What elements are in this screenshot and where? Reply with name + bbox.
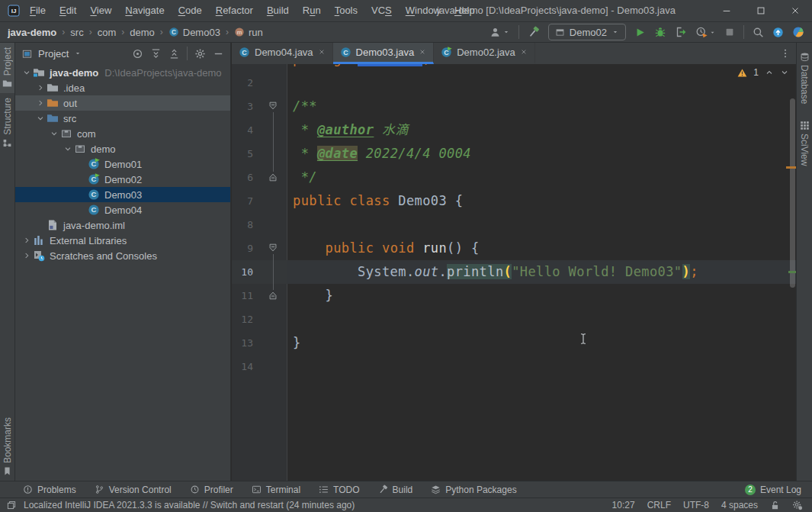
project-panel-title[interactable]: Project [38,48,69,60]
fold-marker[interactable] [259,166,287,189]
collapse-all-button[interactable] [168,48,180,60]
gear-icon[interactable] [194,48,206,60]
tree-item-java-demo-iml[interactable]: java-demo.iml [15,217,230,233]
run-with-coverage-button[interactable] [675,26,687,38]
close-button[interactable] [778,0,812,21]
fold-marker[interactable] [259,95,287,118]
maximize-button[interactable] [743,0,778,21]
tab-close-button[interactable] [520,47,528,58]
chevron-right-icon[interactable] [34,98,47,108]
menu-view[interactable]: View [83,0,118,21]
code-text[interactable]: * @date 2022/4/4 0004 [287,142,796,166]
tool-button-build[interactable]: Build [378,485,413,495]
tree-item-external-libraries[interactable]: External Libraries [15,233,230,248]
tree-item-out[interactable]: out [15,95,230,111]
fold-marker[interactable] [259,237,287,260]
tool-button-sciview[interactable]: SciView [797,116,812,170]
breadcrumb-item-run[interactable]: mrun [234,27,263,38]
chevron-down-icon[interactable] [74,50,82,57]
ide-features-orb-icon[interactable] [792,26,804,38]
run-configuration-select[interactable]: Demo02 [548,24,626,40]
menu-navigate[interactable]: Navigate [118,0,171,21]
code-text[interactable]: } [287,284,796,308]
breadcrumb-item-src[interactable]: src [70,27,83,38]
tree-item-demo[interactable]: demo [15,141,230,156]
status-message[interactable]: Localized IntelliJ IDEA 2021.3.3 is avai… [24,500,355,510]
tool-button-project[interactable]: Project [0,43,14,93]
minimize-button[interactable] [709,0,743,21]
warning-stripe-mark[interactable] [786,166,796,169]
menu-refactor[interactable]: Refactor [209,0,260,21]
build-project-button[interactable] [528,26,540,38]
tool-button-python-packages[interactable]: Python Packages [431,485,516,495]
menu-build[interactable]: Build [260,0,296,21]
tree-item-demo04[interactable]: CDemo04 [15,202,230,217]
tool-button-structure[interactable]: Structure [0,93,14,153]
tab-demo03-java[interactable]: CDemo03.java [333,43,435,64]
chevron-down-icon[interactable] [47,129,60,138]
tab-demo02-java[interactable]: CDemo02.java [434,43,535,64]
editor-scrollbar[interactable] [790,98,795,288]
menu-edit[interactable]: Edit [53,0,83,21]
line-separator-widget[interactable]: CRLF [647,500,671,510]
tab-demo04-java[interactable]: CDemo04.java [232,43,333,64]
fold-gutter[interactable] [259,118,287,142]
inspections-widget[interactable]: 1 [737,67,789,78]
caret-stripe-mark[interactable] [788,271,796,273]
chevron-right-icon[interactable] [20,251,33,260]
breadcrumb-item-demo[interactable]: demo [130,27,155,38]
tree-item-src[interactable]: src [15,111,230,126]
code-text[interactable] [287,213,796,237]
fold-marker[interactable] [259,284,287,308]
encoding-widget[interactable]: UTF-8 [683,500,709,510]
tool-button-profiler[interactable]: Profiler [190,485,233,495]
tree-item-demo03[interactable]: CDemo03 [15,187,230,202]
tool-button-database[interactable]: Database [797,47,812,108]
menu-vcs[interactable]: VCS [364,0,399,21]
chevron-down-icon[interactable] [20,68,33,77]
tool-button-todo[interactable]: TODO [319,485,359,495]
tree-item-java-demo[interactable]: java-demoD:\IdeaProjects\java-demo [15,65,230,80]
tool-button-terminal[interactable]: Terminal [252,485,300,495]
tool-button-version-control[interactable]: Version Control [95,485,172,495]
profiler-button[interactable] [695,26,716,38]
tree-item-demo01[interactable]: CDemo01 [15,156,230,172]
code-text[interactable]: public void run() { [287,237,796,260]
tree-item-demo02[interactable]: CDemo02 [15,172,230,187]
code-text[interactable]: /** [287,95,796,118]
tree-item--idea[interactable]: .idea [15,80,230,95]
code-text[interactable] [287,71,796,95]
menu-code[interactable]: Code [172,0,209,21]
menu-file[interactable]: File [23,0,53,21]
chevron-down-icon[interactable] [61,144,74,153]
unlock-icon[interactable] [770,501,780,510]
menu-run[interactable]: Run [296,0,328,21]
fold-gutter[interactable] [259,260,287,284]
tab-options-kebab-icon[interactable] [780,43,796,64]
tool-button-problems[interactable]: Problems [23,485,76,495]
update-available-button[interactable] [772,27,784,38]
prev-warning-button[interactable] [765,68,774,77]
caret-position-widget[interactable]: 10:27 [612,500,635,510]
gear-icon[interactable] [792,500,803,510]
code-text[interactable]: * @author 水滴 [287,118,796,142]
expand-all-button[interactable] [150,48,162,60]
search-everywhere-button[interactable] [753,27,764,38]
code-text[interactable]: */ [287,166,796,189]
breadcrumb-item-demo03[interactable]: CDemo03 [168,27,220,38]
code-text[interactable] [287,355,796,378]
chevron-right-icon[interactable] [34,83,47,92]
notification-icon[interactable] [6,500,17,510]
code-text[interactable]: } [287,331,796,355]
code-text[interactable]: package com.demo; [287,64,796,71]
breadcrumb-item-java-demo[interactable]: java-demo [8,27,56,38]
tree-item-scratches-and-consoles[interactable]: Scratches and Consoles [15,248,230,263]
tool-button-bookmarks[interactable]: Bookmarks [0,413,14,481]
tab-close-button[interactable] [318,47,326,58]
hide-panel-button[interactable] [213,48,224,60]
code-text[interactable] [287,308,796,331]
event-log-button[interactable]: 2 Event Log [745,485,801,495]
tab-close-button[interactable] [419,47,426,58]
next-warning-button[interactable] [780,68,789,77]
tree-item-com[interactable]: com [15,126,230,141]
